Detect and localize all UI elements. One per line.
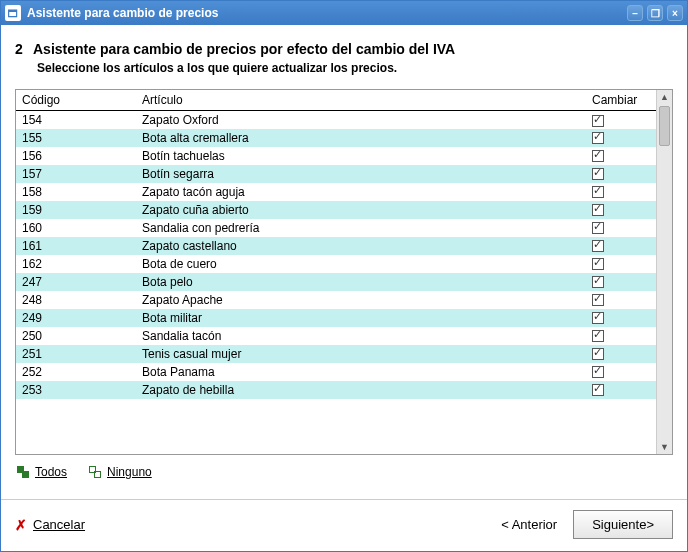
cell-change xyxy=(586,237,656,255)
table-row[interactable]: 253Zapato de hebilla xyxy=(16,381,656,399)
wizard-window: 🗔 Asistente para cambio de precios – ❐ ×… xyxy=(0,0,688,552)
cell-code: 158 xyxy=(16,183,136,201)
cell-change xyxy=(586,327,656,345)
previous-button[interactable]: < Anterior xyxy=(495,513,563,536)
table-row[interactable]: 250Sandalia tacón xyxy=(16,327,656,345)
step-title: 2Asistente para cambio de precios por ef… xyxy=(15,41,673,57)
change-checkbox[interactable] xyxy=(592,222,604,234)
step-subtitle: Seleccione los artículos a los que quier… xyxy=(37,61,673,75)
table-row[interactable]: 161Zapato castellano xyxy=(16,237,656,255)
cell-article: Bota militar xyxy=(136,309,586,327)
step-title-text: Asistente para cambio de precios por efe… xyxy=(33,41,455,57)
next-button[interactable]: Siguiente> xyxy=(573,510,673,539)
cell-code: 247 xyxy=(16,273,136,291)
change-checkbox[interactable] xyxy=(592,276,604,288)
table-row[interactable]: 249Bota militar xyxy=(16,309,656,327)
change-checkbox[interactable] xyxy=(592,258,604,270)
step-number: 2 xyxy=(15,41,33,57)
header-code[interactable]: Código xyxy=(16,90,136,111)
cell-article: Zapato castellano xyxy=(136,237,586,255)
cell-article: Bota Panama xyxy=(136,363,586,381)
articles-table: Código Artículo Cambiar 154Zapato Oxford… xyxy=(16,90,656,399)
table-row[interactable]: 159Zapato cuña abierto xyxy=(16,201,656,219)
table-row[interactable]: 248Zapato Apache xyxy=(16,291,656,309)
cell-article: Sandalia tacón xyxy=(136,327,586,345)
cell-change xyxy=(586,129,656,147)
change-checkbox[interactable] xyxy=(592,330,604,342)
cell-article: Zapato de hebilla xyxy=(136,381,586,399)
cell-change xyxy=(586,255,656,273)
cell-code: 157 xyxy=(16,165,136,183)
cell-code: 160 xyxy=(16,219,136,237)
change-checkbox[interactable] xyxy=(592,312,604,324)
cell-change xyxy=(586,183,656,201)
change-checkbox[interactable] xyxy=(592,132,604,144)
vertical-scrollbar[interactable]: ▲ ▼ xyxy=(656,90,672,454)
cell-article: Sandalia con pedrería xyxy=(136,219,586,237)
cell-change xyxy=(586,291,656,309)
scroll-up-arrow-icon[interactable]: ▲ xyxy=(657,90,672,104)
table-row[interactable]: 160Sandalia con pedrería xyxy=(16,219,656,237)
restore-button[interactable]: ❐ xyxy=(647,5,663,21)
change-checkbox[interactable] xyxy=(592,240,604,252)
cell-change xyxy=(586,345,656,363)
table-row[interactable]: 156Botín tachuelas xyxy=(16,147,656,165)
change-checkbox[interactable] xyxy=(592,348,604,360)
change-checkbox[interactable] xyxy=(592,150,604,162)
table-row[interactable]: 162Bota de cuero xyxy=(16,255,656,273)
table-row[interactable]: 158Zapato tacón aguja xyxy=(16,183,656,201)
cancel-button[interactable]: Cancelar xyxy=(33,517,85,532)
change-checkbox[interactable] xyxy=(592,115,604,127)
change-checkbox[interactable] xyxy=(592,186,604,198)
cell-code: 156 xyxy=(16,147,136,165)
cell-article: Bota pelo xyxy=(136,273,586,291)
select-all-button[interactable]: Todos xyxy=(17,465,67,479)
select-all-label: Todos xyxy=(35,465,67,479)
change-checkbox[interactable] xyxy=(592,384,604,396)
table-row[interactable]: 154Zapato Oxford xyxy=(16,111,656,129)
content-area: 2Asistente para cambio de precios por ef… xyxy=(1,25,687,497)
cell-code: 248 xyxy=(16,291,136,309)
change-checkbox[interactable] xyxy=(592,294,604,306)
cell-change xyxy=(586,309,656,327)
scroll-down-arrow-icon[interactable]: ▼ xyxy=(657,440,672,454)
cell-change xyxy=(586,381,656,399)
titlebar: 🗔 Asistente para cambio de precios – ❐ × xyxy=(1,1,687,25)
cell-article: Zapato Oxford xyxy=(136,111,586,129)
cell-change xyxy=(586,111,656,129)
window-controls: – ❐ × xyxy=(627,5,683,21)
change-checkbox[interactable] xyxy=(592,366,604,378)
cell-article: Bota alta cremallera xyxy=(136,129,586,147)
table-row[interactable]: 155Bota alta cremallera xyxy=(16,129,656,147)
cell-code: 159 xyxy=(16,201,136,219)
change-checkbox[interactable] xyxy=(592,204,604,216)
cell-article: Zapato Apache xyxy=(136,291,586,309)
header-article[interactable]: Artículo xyxy=(136,90,586,111)
footer: ✗ Cancelar < Anterior Siguiente> xyxy=(1,500,687,551)
close-button[interactable]: × xyxy=(667,5,683,21)
change-checkbox[interactable] xyxy=(592,168,604,180)
cell-change xyxy=(586,201,656,219)
header-change[interactable]: Cambiar xyxy=(586,90,656,111)
cell-article: Botín segarra xyxy=(136,165,586,183)
table-row[interactable]: 251Tenis casual mujer xyxy=(16,345,656,363)
cell-article: Zapato cuña abierto xyxy=(136,201,586,219)
table-row[interactable]: 247Bota pelo xyxy=(16,273,656,291)
cell-article: Bota de cuero xyxy=(136,255,586,273)
cell-change xyxy=(586,219,656,237)
select-none-button[interactable]: Ninguno xyxy=(89,465,152,479)
scroll-thumb[interactable] xyxy=(659,106,670,146)
cell-change xyxy=(586,273,656,291)
app-icon: 🗔 xyxy=(5,5,21,21)
minimize-button[interactable]: – xyxy=(627,5,643,21)
window-title: Asistente para cambio de precios xyxy=(27,6,627,20)
table-row[interactable]: 252Bota Panama xyxy=(16,363,656,381)
cell-change xyxy=(586,147,656,165)
select-none-icon xyxy=(89,466,101,478)
cell-article: Zapato tacón aguja xyxy=(136,183,586,201)
cancel-icon: ✗ xyxy=(15,517,27,533)
cell-code: 162 xyxy=(16,255,136,273)
cell-code: 252 xyxy=(16,363,136,381)
table-row[interactable]: 157Botín segarra xyxy=(16,165,656,183)
selection-row: Todos Ninguno xyxy=(15,455,673,487)
